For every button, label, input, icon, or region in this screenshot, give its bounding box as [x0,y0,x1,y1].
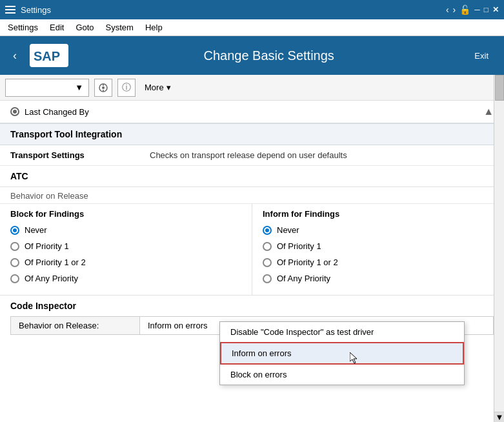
lock-icon: 🔓 [459,5,470,15]
block-never-option[interactable]: Never [10,225,241,235]
transport-settings-value: Checks on transport release depend on us… [150,150,347,160]
transport-settings-label: Transport Settings [10,150,139,160]
more-label: More [145,83,164,92]
last-changed-label: Last Changed By [25,107,89,117]
block-for-findings-title: Block for Findings [10,209,241,219]
dropdown-menu: Disable "Code Inspector" as test driver … [219,321,465,385]
inform-priority1-label: Of Priority 1 [277,241,321,251]
dropdown-item-block-errors[interactable]: Block on errors [220,365,464,385]
inform-for-findings-title: Inform for Findings [263,209,494,219]
inform-never-label: Never [277,225,299,235]
block-any-priority-label: Of Any Priority [25,274,78,283]
inform-never-option[interactable]: Never [263,225,494,235]
block-any-priority-radio[interactable] [10,274,19,283]
menu-system[interactable]: System [101,21,139,34]
svg-point-2 [102,86,105,89]
close-icon[interactable]: ✕ [492,5,499,14]
inform-never-radio[interactable] [263,226,272,235]
block-priority12-radio[interactable] [10,258,19,267]
menu-goto[interactable]: Goto [70,21,99,34]
info-icon: ⓘ [122,82,131,94]
last-changed-radio[interactable] [10,107,19,116]
app-title: Change Basic Settings [79,48,459,63]
transport-section-header: Transport Tool Integration [0,123,504,145]
back-nav-icon[interactable]: ‹ [446,5,449,15]
hamburger-menu[interactable] [5,6,15,14]
dropdown-item-disable[interactable]: Disable "Code Inspector" as test driver [220,322,464,342]
forward-nav-icon[interactable]: › [453,5,456,15]
block-never-radio[interactable] [10,226,19,235]
inform-priority12-option[interactable]: Of Priority 1 or 2 [263,257,494,267]
inform-priority1-option[interactable]: Of Priority 1 [263,241,494,251]
inform-priority12-radio[interactable] [263,258,272,267]
menu-edit[interactable]: Edit [45,21,69,34]
inform-priority12-label: Of Priority 1 or 2 [277,257,338,267]
block-for-findings-column: Block for Findings Never Of Priority 1 O… [0,204,252,295]
block-priority1-radio[interactable] [10,242,19,251]
menu-settings[interactable]: Settings [3,21,43,34]
inform-any-priority-label: Of Any Priority [277,274,330,283]
toolbar-btn-1[interactable] [94,79,112,97]
toolbar-btn-2[interactable]: ⓘ [117,79,136,97]
scroll-down-icon[interactable]: ▼ [494,412,504,422]
inform-any-priority-radio[interactable] [263,274,272,283]
inform-any-priority-option[interactable]: Of Any Priority [263,274,494,283]
inform-priority1-radio[interactable] [263,242,272,251]
more-button[interactable]: More ▾ [141,81,175,94]
exit-button[interactable]: Exit [469,48,494,63]
atc-label: ATC [0,166,504,187]
collapse-button[interactable]: ▲ [483,106,494,117]
block-any-priority-option[interactable]: Of Any Priority [10,274,241,283]
block-priority1-option[interactable]: Of Priority 1 [10,241,241,251]
dropdown-item-inform-errors[interactable]: Inform on errors [220,342,464,365]
behavior-on-release-field-label: Behavior on Release: [11,317,140,334]
menu-bar: Settings Edit Goto System Help [0,19,504,36]
code-inspector-title: Code Inspector [10,301,494,311]
settings-menu-item[interactable]: Settings [21,5,51,15]
minimize-icon[interactable]: ─ [474,5,480,14]
back-button[interactable]: ‹ [10,46,19,65]
block-priority12-option[interactable]: Of Priority 1 or 2 [10,257,241,267]
sap-logo[interactable]: SAP [30,44,68,67]
more-arrow-icon: ▾ [166,83,171,92]
scrollbar-thumb[interactable] [495,75,504,101]
menu-help[interactable]: Help [140,21,168,34]
behavior-on-release-label: Behavior on Release [0,187,504,204]
toolbar: ▼ ⓘ More ▾ [0,75,504,101]
block-priority1-label: Of Priority 1 [25,241,69,251]
findings-container: Block for Findings Never Of Priority 1 O… [0,204,504,296]
scrollbar[interactable]: ▼ [494,75,504,422]
block-never-label: Never [25,225,47,235]
dropdown-arrow-icon: ▼ [75,83,83,92]
title-bar: Settings ‹ › 🔓 ─ □ ✕ [0,0,504,19]
maximize-icon[interactable]: □ [484,5,489,14]
toolbar-dropdown[interactable]: ▼ [5,79,89,97]
inform-for-findings-column: Inform for Findings Never Of Priority 1 … [252,204,504,295]
app-header: ‹ SAP Change Basic Settings Exit [0,36,504,75]
block-priority12-label: Of Priority 1 or 2 [25,257,86,267]
svg-text:SAP: SAP [34,49,60,63]
transport-settings-row: Transport Settings Checks on transport r… [0,145,504,166]
last-changed-section: Last Changed By ▲ [0,101,504,123]
